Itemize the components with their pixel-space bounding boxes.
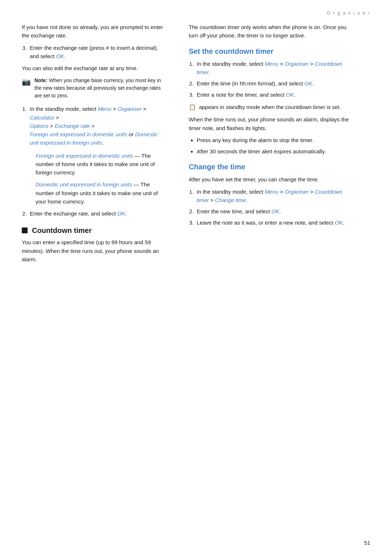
change-step3-text: Leave the note as it was, or enter a new… <box>197 219 335 226</box>
set-menu-link[interactable]: Menu <box>265 61 279 67</box>
appears-text-p: 📋 appears in standby mode when the count… <box>189 103 352 112</box>
countdown-heading-text: Countdown timer <box>32 226 91 235</box>
step-2-item: Enter the exchange rate, and select OK. <box>28 209 167 218</box>
note-body: When you change base currency, you must … <box>34 77 161 98</box>
foreign-unit-link[interactable]: Foreign unit expressed in domestic units <box>30 131 127 137</box>
set-step1-prefix: In the standby mode, select <box>197 61 265 67</box>
left-column: If you have not done so already, you are… <box>0 19 178 274</box>
step-3-item: Enter the exchange rate (press # to inse… <box>28 44 167 61</box>
set-step-1: In the standby mode, select Menu > Organ… <box>195 60 352 77</box>
change-step2-text: Enter the new time, and select <box>197 208 271 214</box>
change-step-3: Leave the note as it was, or enter a new… <box>195 218 352 227</box>
set-step3-ok[interactable]: OK <box>286 92 294 98</box>
bullet-2: After 30 seconds the timer alert expires… <box>197 147 352 156</box>
countdown-desc: You can enter a specified time (up to 99… <box>22 238 167 263</box>
foreign-unit-desc-p: Foreign unit expressed in domestic units… <box>36 152 167 177</box>
calculator-link[interactable]: Calculator <box>30 114 54 121</box>
step2-ok-link[interactable]: OK <box>117 210 125 217</box>
page: O r g a n i s e r If you have not done s… <box>0 0 392 556</box>
change-time-link[interactable]: Change time <box>215 197 246 203</box>
options-link[interactable]: Options <box>30 123 49 129</box>
change-step1-prefix: In the standby mode, select <box>197 189 265 195</box>
change-organiser-link[interactable]: Organiser <box>285 189 309 195</box>
step3-text: Enter the exchange rate (press # to inse… <box>30 45 158 59</box>
timer-standby-icon: 📋 <box>189 103 196 112</box>
change-time-heading: Change the time <box>189 162 352 172</box>
countdown-heading-left: Countdown timer <box>22 226 167 235</box>
note-content: Note: When you change base currency, you… <box>34 77 167 100</box>
domestic-unit-block: Domestic unit expressed in foreign units… <box>36 180 167 206</box>
change-step3-ok[interactable]: OK <box>335 219 343 226</box>
domestic-unit-heading: Domestic unit expressed in foreign units <box>36 181 132 188</box>
set-step-3: Enter a note for the timer, and select O… <box>195 90 352 99</box>
change-time-list: In the standby mode, select Menu > Organ… <box>195 188 352 227</box>
exchange-rate-link[interactable]: Exchange rate <box>55 123 90 129</box>
step3-ok-link[interactable]: OK <box>56 53 64 59</box>
change-step2-ok[interactable]: OK <box>271 208 279 214</box>
set-step2-text: Enter the time (in hh:mm format), and se… <box>197 80 305 86</box>
change-step-1: In the standby mode, select Menu > Organ… <box>195 188 352 205</box>
note-icon: 📷 <box>22 77 31 86</box>
alarm-bullets: Press any key during the alarm to stop t… <box>197 136 352 156</box>
change-menu-link[interactable]: Menu <box>265 189 279 195</box>
step-1-item: In the standby mode, select Menu > Organ… <box>28 105 167 206</box>
note-box: 📷 Note: When you change base currency, y… <box>22 77 167 100</box>
intro-para-2: You can also edit the exchange rate at a… <box>22 64 167 72</box>
header: O r g a n i s e r <box>0 0 392 19</box>
step2-text: Enter the exchange rate, and select <box>30 210 117 217</box>
domestic-unit-desc-p: Domestic unit expressed in foreign units… <box>36 180 167 206</box>
set-countdown-list: In the standby mode, select Menu > Organ… <box>195 60 352 99</box>
right-column: The countdown timer only works when the … <box>178 19 374 274</box>
set-step-2: Enter the time (in hh:mm format), and se… <box>195 79 352 88</box>
set-organiser-link[interactable]: Organiser <box>285 61 309 67</box>
set-step3-text: Enter a note for the timer, and select <box>197 92 286 98</box>
intro-para-1: If you have not done so already, you are… <box>22 23 167 40</box>
bullet-1: Press any key during the alarm to stop t… <box>197 136 352 144</box>
page-number: 51 <box>364 540 370 546</box>
black-square-icon <box>22 227 28 233</box>
menu-link[interactable]: Menu <box>98 106 112 112</box>
header-label: O r g a n i s e r <box>327 10 370 16</box>
appears-text: appears in standby mode when the countdo… <box>197 104 341 110</box>
organiser-link[interactable]: Organiser <box>118 106 142 112</box>
set-countdown-heading: Set the countdown timer <box>189 47 352 56</box>
right-intro: The countdown timer only works when the … <box>189 23 352 40</box>
step-list-exchange: Enter the exchange rate (press # to inse… <box>28 44 167 61</box>
change-step-2: Enter the new time, and select OK. <box>195 207 352 215</box>
set-step2-ok[interactable]: OK <box>305 80 313 86</box>
foreign-unit-heading: Foreign unit expressed in domestic units <box>36 153 133 159</box>
main-steps-list: In the standby mode, select Menu > Organ… <box>28 105 167 218</box>
change-time-intro: After you have set the timer, you can ch… <box>189 175 352 184</box>
foreign-unit-block: Foreign unit expressed in domestic units… <box>36 152 167 177</box>
when-time-runs-p: When the time runs out, your phone sound… <box>189 115 352 132</box>
step1-prefix: In the standby mode, select <box>30 106 98 112</box>
note-label: Note: <box>34 77 48 83</box>
